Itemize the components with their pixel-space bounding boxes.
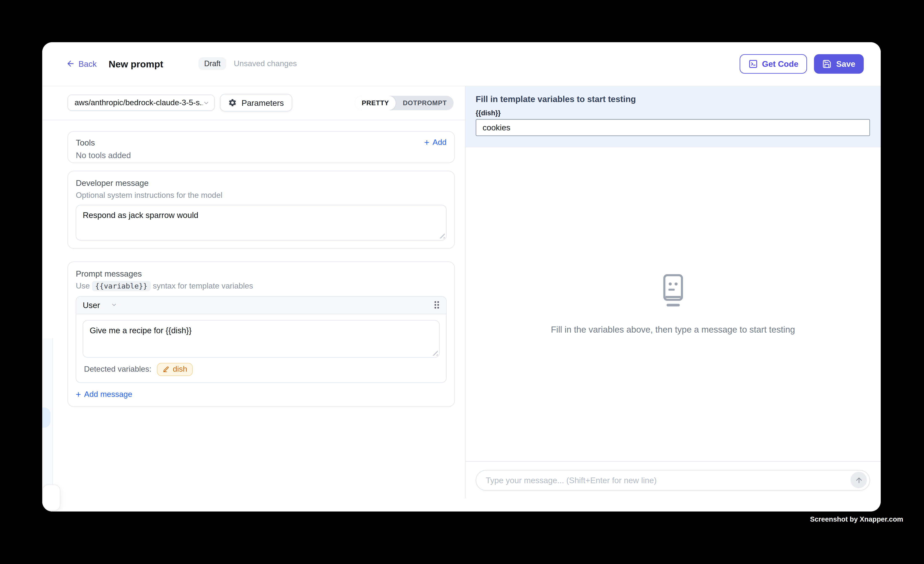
- prompt-messages-title: Prompt messages: [76, 269, 447, 278]
- parameters-button[interactable]: Parameters: [220, 94, 292, 111]
- detected-variables-row: Detected variables: dish: [83, 358, 440, 382]
- view-mode-toggle: PRETTY DOTPROMPT: [355, 96, 454, 110]
- role-select[interactable]: User: [83, 300, 117, 310]
- developer-message-subtitle: Optional system instructions for the mod…: [76, 190, 447, 200]
- hint-suffix: syntax for template variables: [153, 281, 253, 290]
- save-icon: [822, 59, 832, 69]
- plus-icon: +: [76, 390, 81, 399]
- message-body: Give me a recipe for {{dish}} Detected v…: [76, 314, 446, 382]
- add-message-button[interactable]: + Add message: [76, 390, 132, 399]
- arrow-left-icon: [66, 59, 75, 68]
- toggle-dotprompt[interactable]: DOTPROMPT: [396, 96, 454, 110]
- message-field: Give me a recipe for {{dish}}: [83, 320, 440, 358]
- variable-badge[interactable]: dish: [157, 363, 193, 376]
- model-select[interactable]: aws/anthropic/bedrock-claude-3-5-s...: [68, 94, 215, 111]
- back-label: Back: [78, 59, 97, 69]
- variable-name-label: {{dish}}: [476, 109, 870, 116]
- variable-value-input[interactable]: [476, 119, 870, 136]
- screenshot-canvas: Back New prompt Draft Unsaved changes Ge…: [0, 0, 924, 564]
- developer-message-title: Developer message: [76, 178, 447, 188]
- editor-cards: Tools + Add No tools added Developer mes…: [42, 120, 465, 407]
- terminal-icon: [748, 59, 758, 69]
- add-message-label: Add message: [84, 390, 132, 399]
- editor-toolbar: aws/anthropic/bedrock-claude-3-5-s... Pa…: [42, 86, 465, 120]
- status-badge: Draft: [198, 57, 226, 70]
- left-edge-floating-card: [42, 484, 60, 511]
- prompt-messages-card: Prompt messages Use {{variable}} syntax …: [68, 261, 455, 407]
- get-code-label: Get Code: [762, 59, 798, 69]
- template-variables-bar: Fill in template variables to start test…: [465, 86, 880, 147]
- developer-message-field: Respond as jack sparrow would: [76, 204, 447, 240]
- get-code-button[interactable]: Get Code: [740, 54, 807, 74]
- arrow-up-icon: [855, 476, 863, 484]
- chat-footer: [465, 461, 880, 498]
- hint-prefix: Use: [76, 281, 90, 290]
- prompt-editor-panel: aws/anthropic/bedrock-claude-3-5-s... Pa…: [42, 86, 465, 498]
- tools-empty-text: No tools added: [76, 150, 447, 160]
- add-tool-label: Add: [433, 138, 447, 147]
- developer-message-textarea[interactable]: Respond as jack sparrow would: [76, 204, 447, 240]
- plus-icon: +: [424, 138, 429, 147]
- robot-face-icon: [660, 274, 686, 308]
- chat-message-input[interactable]: [484, 475, 851, 486]
- gear-icon: [228, 98, 237, 107]
- variable-syntax-pill: {{variable}}: [92, 281, 151, 291]
- app-window: Back New prompt Draft Unsaved changes Ge…: [42, 42, 881, 512]
- variable-badge-label: dish: [173, 365, 188, 374]
- tools-card: Tools + Add No tools added: [68, 131, 455, 163]
- developer-message-card: Developer message Optional system instru…: [68, 171, 455, 249]
- chevron-down-icon: [111, 302, 117, 308]
- left-edge-highlight: [42, 408, 51, 428]
- message-header: User: [76, 297, 446, 314]
- role-value: User: [83, 300, 100, 310]
- watermark: Screenshot by Xnapper.com: [810, 515, 903, 523]
- chat-empty-state: Fill in the variables above, then type a…: [465, 147, 880, 461]
- drag-handle-icon[interactable]: [433, 300, 440, 309]
- save-button[interactable]: Save: [814, 54, 864, 74]
- pencil-icon: [163, 366, 170, 373]
- back-link[interactable]: Back: [66, 59, 97, 69]
- tools-title: Tools: [76, 138, 95, 147]
- chat-input-bar: [476, 470, 870, 491]
- tools-header-row: Tools + Add: [76, 138, 447, 147]
- save-label: Save: [836, 59, 855, 69]
- message-block: User Give me a recipe for {{dish}}: [76, 296, 447, 383]
- chat-empty-text: Fill in the variables above, then type a…: [551, 324, 795, 334]
- variables-heading: Fill in template variables to start test…: [476, 94, 870, 104]
- prompt-messages-hint: Use {{variable}} syntax for template var…: [76, 281, 447, 290]
- model-select-value: aws/anthropic/bedrock-claude-3-5-s...: [75, 98, 202, 107]
- page-title: New prompt: [109, 58, 163, 69]
- detected-variables-label: Detected variables:: [84, 365, 152, 374]
- message-textarea[interactable]: Give me a recipe for {{dish}}: [83, 320, 440, 358]
- app-body: aws/anthropic/bedrock-claude-3-5-s... Pa…: [42, 86, 881, 498]
- parameters-label: Parameters: [242, 98, 284, 108]
- toggle-pretty[interactable]: PRETTY: [355, 96, 396, 110]
- app-header: Back New prompt Draft Unsaved changes Ge…: [42, 42, 881, 86]
- unsaved-changes-text: Unsaved changes: [234, 59, 297, 68]
- add-tool-button[interactable]: + Add: [424, 138, 447, 147]
- chevron-down-icon: [202, 99, 209, 106]
- test-panel: Fill in template variables to start test…: [465, 86, 880, 498]
- send-button[interactable]: [851, 472, 867, 488]
